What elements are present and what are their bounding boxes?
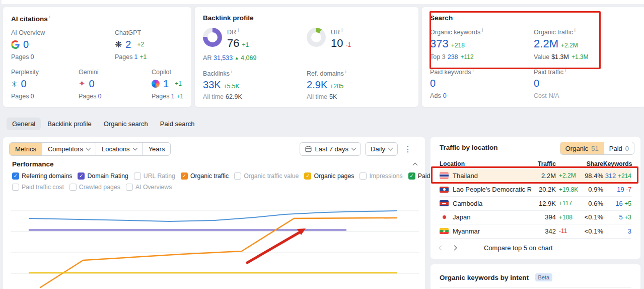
- info-icon[interactable]: i: [345, 69, 346, 74]
- pages-value[interactable]: 1: [134, 53, 137, 61]
- paid-traffic-label: Paid traffic: [534, 69, 563, 76]
- backlink-profile-title: Backlink profile: [203, 14, 410, 22]
- ads-value[interactable]: 0: [443, 92, 447, 99]
- checkbox-organic-traffic[interactable]: ✓Organic traffic: [181, 172, 229, 180]
- table-row-laos[interactable]: Lao People's Democratic Reput 20.2K +19.…: [440, 183, 631, 197]
- organic-row: Organic keywordsi 373+218 Top 3238+112 O…: [430, 28, 637, 61]
- pages-value[interactable]: 0: [98, 93, 101, 100]
- organic-keywords-value[interactable]: 373+218: [430, 37, 534, 50]
- pages-label: Pages: [115, 53, 132, 61]
- myanmar-flag-icon: [440, 228, 449, 234]
- pages-label: Pages: [79, 93, 96, 100]
- granularity-button[interactable]: Daily: [365, 142, 398, 156]
- checkbox-domain-rating[interactable]: ✓Domain Rating: [78, 172, 128, 180]
- google-icon: [11, 40, 20, 49]
- organic-keywords-delta: +218: [451, 42, 465, 49]
- locations-segment[interactable]: Locations: [96, 143, 142, 155]
- perplexity-label: Perplexity: [11, 69, 79, 76]
- tab-paid-search[interactable]: Paid search: [155, 118, 200, 130]
- chevron-down-icon: [86, 146, 91, 151]
- pages-value[interactable]: 0: [30, 93, 34, 100]
- organic-traffic-value[interactable]: 2.2M+2.2M: [534, 37, 637, 50]
- paid-keywords-block: Paid keywordsi 0 Ads0: [430, 68, 534, 99]
- metrics-segment[interactable]: Metrics: [10, 143, 42, 155]
- checkbox-crawled-pages[interactable]: Crawled pages: [69, 184, 120, 191]
- pages-value[interactable]: 1: [171, 93, 174, 100]
- table-row-japan[interactable]: Japan 394 +108 <0.1% 5 +3: [440, 211, 631, 225]
- chatgpt-icon: ❋: [115, 40, 122, 49]
- info-icon[interactable]: i: [565, 68, 566, 73]
- info-icon[interactable]: i: [482, 28, 483, 33]
- cost-line: CostN/A: [534, 92, 637, 99]
- gemini-value: 0: [89, 78, 94, 90]
- paid-traffic-value[interactable]: 0: [534, 78, 637, 89]
- dr-value: 76+1: [227, 37, 249, 50]
- info-icon[interactable]: i: [49, 14, 50, 19]
- checkbox-box: [12, 184, 19, 191]
- prev-page-button[interactable]: [440, 246, 453, 250]
- backlinks-value[interactable]: 33K+5.5K: [203, 79, 307, 91]
- report-tabs: General Backlink profile Organic search …: [7, 118, 200, 130]
- compare-top5-link[interactable]: Compare top 5 on chart: [484, 244, 553, 252]
- checkbox-organic-traffic-value[interactable]: Organic traffic value: [234, 172, 299, 180]
- tab-general[interactable]: General: [7, 118, 41, 130]
- ur-value: 10-1: [331, 37, 351, 50]
- next-page-button[interactable]: [453, 246, 466, 250]
- info-icon[interactable]: i: [238, 28, 239, 33]
- ref-domains-value[interactable]: 2.9K+205: [307, 79, 410, 91]
- keywords-link[interactable]: 5: [619, 213, 622, 221]
- performance-panel: Metrics Competitors Locations Years Last…: [3, 137, 425, 289]
- info-icon[interactable]: i: [231, 69, 232, 74]
- organic-traffic-block: Organic traffici 2.2M+2.2M Value$1.3M+1.…: [534, 28, 637, 61]
- collapse-chevron-up-icon[interactable]: [413, 162, 418, 167]
- keywords-link[interactable]: 16: [615, 200, 622, 207]
- table-row-thailand[interactable]: Thailand 2.2M +2.2M 98.4% 312 +214: [440, 169, 631, 183]
- performance-chart: [3, 197, 425, 289]
- toggle-organic[interactable]: Organic51: [560, 142, 604, 154]
- chatgpt-metric: ChatGPT ❋ 2 +2 Pages1+1: [115, 29, 147, 61]
- keywords-link[interactable]: 312: [605, 172, 616, 180]
- ref-domains-label: Ref. domains: [307, 70, 344, 77]
- ai-citations-title: AI citationsi: [11, 14, 183, 23]
- dr-donut-chart: [203, 28, 222, 47]
- years-segment[interactable]: Years: [142, 143, 171, 155]
- info-icon[interactable]: i: [575, 28, 576, 33]
- pages-value[interactable]: 0: [30, 53, 34, 61]
- ur-delta: -1: [346, 41, 351, 48]
- ar-value[interactable]: 31,533: [213, 54, 233, 62]
- checkbox-organic-pages[interactable]: ✓Organic pages: [304, 172, 354, 180]
- info-icon[interactable]: i: [472, 68, 473, 73]
- laos-flag-icon: [440, 187, 449, 193]
- keywords-link[interactable]: 3: [628, 227, 631, 235]
- perplexity-metric: Perplexity ✳ 0 Pages0: [11, 69, 79, 100]
- checkbox-referring-domains[interactable]: ✓Referring domains: [12, 172, 72, 180]
- checkbox-url-rating[interactable]: URL Rating: [134, 172, 175, 180]
- domain-rating-block: DRi 76+1: [203, 28, 307, 50]
- toggle-paid[interactable]: Paid0: [604, 142, 634, 154]
- performance-chart-area[interactable]: [3, 197, 425, 289]
- header-bottom-strip: [2, 0, 644, 4]
- keywords-link[interactable]: 19: [617, 186, 624, 193]
- traffic-value-delta: +1.3M: [571, 53, 589, 61]
- copilot-label: Copilot: [152, 69, 183, 76]
- date-range-button[interactable]: Last 7 days: [300, 142, 362, 156]
- competitors-segment[interactable]: Competitors: [42, 143, 96, 155]
- tab-backlink-profile[interactable]: Backlink profile: [42, 118, 97, 130]
- info-icon[interactable]: i: [341, 28, 342, 33]
- tab-organic-search[interactable]: Organic search: [98, 118, 154, 130]
- table-row-cambodia[interactable]: Cambodia 12.9K +117 0.6% 16 +5: [440, 197, 631, 211]
- checkbox-ai-overviews[interactable]: AI Overviews: [126, 184, 172, 191]
- kebab-menu-icon[interactable]: ⋮: [402, 144, 414, 154]
- checkbox-impressions[interactable]: Impressions: [360, 172, 402, 180]
- organic-traffic-delta: +2.2M: [561, 42, 578, 49]
- ref-domains-delta: +205: [330, 83, 343, 90]
- ref-domains-alltime: All time5K: [307, 93, 410, 100]
- paid-keywords-value[interactable]: 0: [430, 78, 534, 89]
- backlinks-alltime: All time62.9K: [203, 93, 307, 100]
- chevron-down-icon: [132, 146, 137, 151]
- checkbox-paid-traffic-cost[interactable]: Paid traffic cost: [12, 184, 64, 191]
- paid-row: Paid keywordsi 0 Ads0 Paid traffici 0 Co…: [430, 68, 637, 99]
- backlinks-row: Backlinksi 33K+5.5K All time62.9K Ref. d…: [203, 69, 410, 100]
- table-row-myanmar[interactable]: Myanmar 342 -11 <0.1% 3: [440, 224, 631, 239]
- top3-value[interactable]: 238: [448, 53, 458, 61]
